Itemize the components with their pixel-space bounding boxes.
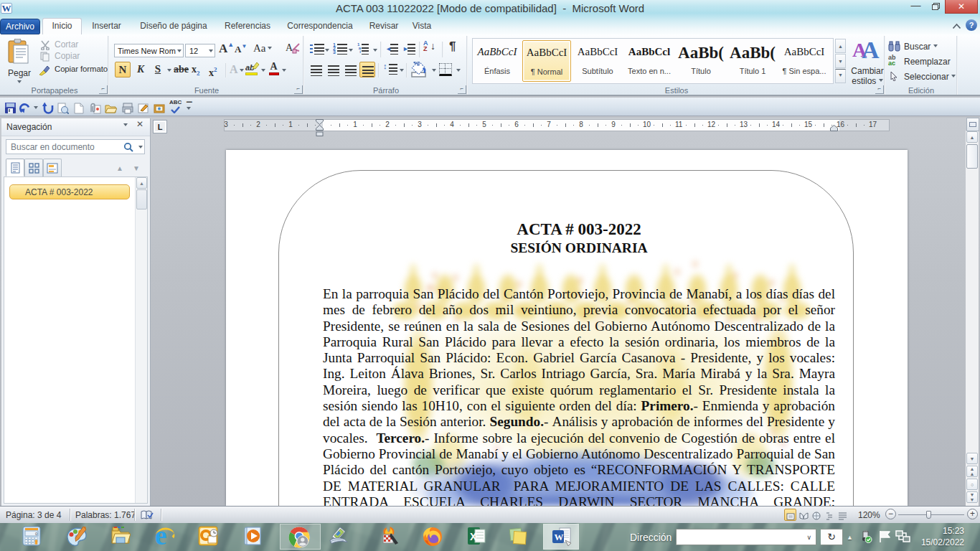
svg-text:X: X: [470, 531, 477, 542]
svg-text:W: W: [555, 532, 564, 542]
svg-text:A: A: [286, 42, 293, 53]
